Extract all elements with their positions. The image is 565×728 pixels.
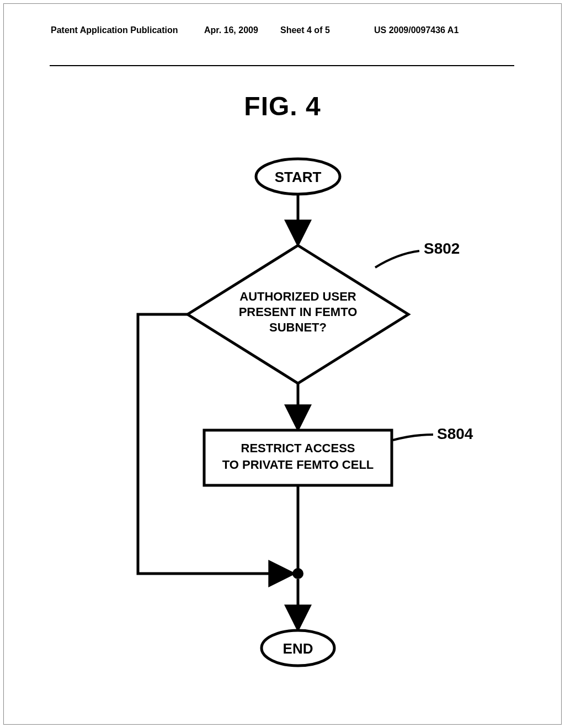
merge-junction <box>292 568 303 579</box>
publication-date: Apr. 16, 2009 <box>204 25 258 35</box>
decision-line3: SUBNET? <box>269 320 327 334</box>
process-ref: S804 <box>437 425 473 442</box>
end-node: END <box>262 630 334 666</box>
end-label: END <box>283 640 313 657</box>
leader-s802 <box>375 251 419 267</box>
decision-line2: PRESENT IN FEMTO <box>239 305 358 319</box>
decision-line1: AUTHORIZED USER <box>239 290 356 303</box>
header-rule <box>50 65 514 66</box>
start-label: START <box>275 169 322 185</box>
flowchart: START AUTHORIZED USER PRESENT IN FEMTO S… <box>66 154 499 695</box>
decision-ref: S802 <box>424 240 460 257</box>
publication-number: US 2009/0097436 A1 <box>374 25 459 35</box>
figure-title: FIG. 4 <box>0 91 565 121</box>
process-node: RESTRICT ACCESS TO PRIVATE FEMTO CELL <box>204 430 392 485</box>
process-line1: RESTRICT ACCESS <box>241 441 355 455</box>
start-node: START <box>256 159 340 194</box>
decision-node: AUTHORIZED USER PRESENT IN FEMTO SUBNET? <box>188 245 408 383</box>
publication-label: Patent Application Publication <box>51 25 178 35</box>
leader-s804 <box>393 435 433 440</box>
process-line2: TO PRIVATE FEMTO CELL <box>222 458 374 472</box>
sheet-number: Sheet 4 of 5 <box>280 25 330 35</box>
